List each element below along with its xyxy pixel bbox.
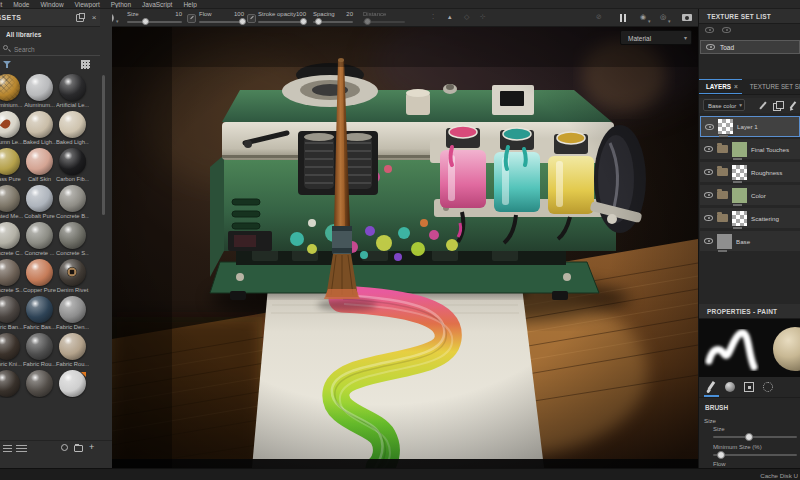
material-item[interactable]: Artificial Le...	[56, 73, 89, 110]
material-item[interactable]: Concrete ...	[23, 221, 56, 258]
material-item[interactable]: Carbon Fib...	[56, 147, 89, 184]
brush-size-track[interactable]	[713, 436, 797, 438]
display-settings-icon[interactable]: ◉	[640, 13, 646, 21]
pause-engine-icon[interactable]	[619, 14, 627, 22]
stencil-visibility-icon[interactable]: ⊘	[596, 13, 602, 21]
eye-icon[interactable]	[704, 169, 713, 175]
shelf-status-icon[interactable]	[61, 444, 68, 451]
solo-filter-icon[interactable]	[722, 27, 731, 33]
material-item[interactable]: Concrete S...	[0, 258, 23, 295]
asset-scrollbar[interactable]	[102, 75, 105, 215]
close-panel-icon[interactable]: ×	[90, 14, 98, 22]
small-thumbnails-icon[interactable]	[3, 445, 12, 453]
search-input[interactable]	[12, 43, 92, 55]
stack-icon[interactable]	[773, 101, 782, 110]
material-item[interactable]: Brass Pure	[0, 147, 23, 184]
spacing-handle[interactable]	[315, 18, 322, 25]
library-filter[interactable]: All libraries	[0, 28, 100, 41]
layer-row[interactable]: Color	[700, 185, 800, 206]
material-item[interactable]: Baked Ligh...	[23, 110, 56, 147]
material-item[interactable]: Denim Rivet	[56, 258, 89, 295]
stroke-opacity-handle[interactable]	[300, 18, 307, 25]
material-item[interactable]: Copper Pure	[23, 258, 56, 295]
tab-texture-set-settings[interactable]: TEXTURE SET SETTINGS	[742, 79, 800, 94]
menu-item-viewport[interactable]: Viewport	[75, 1, 100, 8]
brush-size-slider[interactable]: Size	[713, 426, 800, 444]
pencil-icon[interactable]	[788, 101, 797, 110]
menu-item-window[interactable]: Window	[40, 1, 63, 8]
min-size-handle[interactable]	[717, 451, 725, 459]
material-item[interactable]: Cobalt Pure	[23, 184, 56, 221]
material-item[interactable]: Aluminum...	[23, 73, 56, 110]
flow-track[interactable]	[199, 21, 244, 23]
menu-item-mode[interactable]: Mode	[13, 1, 29, 8]
dock-panel-icon[interactable]	[76, 14, 84, 22]
material-item[interactable]: Footprints	[56, 369, 89, 398]
eye-icon[interactable]	[704, 238, 713, 244]
size-handle[interactable]	[142, 18, 149, 25]
eye-icon[interactable]	[706, 44, 715, 50]
material-tool-tab[interactable]	[723, 379, 738, 397]
stroke-opacity-slider[interactable]: Stroke opacity 100	[258, 9, 306, 27]
layer-row[interactable]: Roughness	[700, 162, 800, 183]
lazy-mouse-icon[interactable]: ⁚	[432, 13, 434, 21]
alignment-icon[interactable]: ▴	[448, 13, 452, 21]
menu-item-edit[interactable]: Edit	[0, 1, 2, 8]
size-track[interactable]	[127, 21, 182, 23]
brush-size-handle[interactable]	[745, 433, 753, 441]
stroke-opacity-track[interactable]	[258, 21, 306, 23]
material-item[interactable]: Fabric Sui...	[0, 369, 23, 398]
texture-set-item[interactable]: Toad	[700, 40, 800, 54]
material-item[interactable]: Fabric Rou...	[23, 332, 56, 369]
filter-presets-icon[interactable]	[3, 60, 11, 68]
layer-row[interactable]: Scattering	[700, 208, 800, 229]
eye-icon[interactable]	[704, 192, 713, 198]
import-resources-icon[interactable]: +	[89, 442, 94, 452]
eye-icon[interactable]	[704, 146, 713, 152]
material-item[interactable]: Aluminium...	[0, 73, 23, 110]
flow-handle[interactable]	[239, 18, 246, 25]
stencil-tool-tab[interactable]	[742, 379, 757, 397]
eye-icon[interactable]	[704, 215, 713, 221]
material-item[interactable]: Fabric Bas...	[23, 295, 56, 332]
flow-slider[interactable]: Flow 100	[199, 9, 244, 27]
wand-icon[interactable]	[759, 101, 768, 110]
symmetry-icon[interactable]: ◇	[464, 13, 469, 21]
open-folder-icon[interactable]	[74, 445, 83, 452]
pen-pressure-icon[interactable]	[187, 14, 196, 23]
material-item[interactable]: Calf Skin	[23, 147, 56, 184]
material-item[interactable]: Concrete B...	[56, 184, 89, 221]
min-size-slider[interactable]: Minimum Size (%)	[713, 444, 800, 462]
fill-mode-icon[interactable]: ⊹	[480, 13, 486, 21]
material-item[interactable]: Fabric Ban...	[0, 295, 23, 332]
menu-item-python[interactable]: Python	[111, 1, 131, 8]
material-item[interactable]: Fabric Suit ...	[23, 369, 56, 398]
eye-icon[interactable]	[705, 124, 714, 130]
channel-filter-dropdown[interactable]: Base color ▾	[703, 99, 745, 111]
spacing-slider[interactable]: Spacing 20	[313, 9, 353, 27]
layer-row[interactable]: Base	[700, 231, 800, 252]
layer-row[interactable]: Final Touches	[700, 139, 800, 160]
chevron-down-icon[interactable]: ▾	[116, 18, 119, 24]
material-item[interactable]: Concrete S...	[56, 221, 89, 258]
brush-tool-tab[interactable]	[704, 379, 719, 397]
material-item[interactable]: Fabric Rou...	[56, 332, 89, 369]
layer-row[interactable]: Layer 1	[700, 116, 800, 137]
shading-mode-dropdown[interactable]: Material ▾	[620, 30, 692, 45]
viewport-3d[interactable]: Material ▾	[112, 27, 698, 468]
close-tab-icon[interactable]: ×	[734, 83, 738, 90]
material-item[interactable]: Coated Me...	[0, 184, 23, 221]
material-item[interactable]: Fabric Den...	[56, 295, 89, 332]
list-view-icon[interactable]	[16, 445, 27, 453]
menu-item-javascript[interactable]: JavaScript	[142, 1, 172, 8]
camera-settings-icon[interactable]: ◎	[660, 13, 666, 21]
tab-layers[interactable]: LAYERS×	[699, 79, 742, 95]
material-item[interactable]: Baked Ligh...	[56, 110, 89, 147]
material-item[interactable]: Fabric Kni...	[0, 332, 23, 369]
size-slider[interactable]: Size 10	[127, 9, 182, 27]
visibility-filter-icon[interactable]	[705, 27, 714, 33]
min-size-track[interactable]	[713, 454, 797, 456]
grid-view-icon[interactable]	[81, 60, 90, 69]
eraser-tool-tab[interactable]	[761, 379, 776, 397]
screenshot-camera-icon[interactable]	[682, 14, 692, 21]
